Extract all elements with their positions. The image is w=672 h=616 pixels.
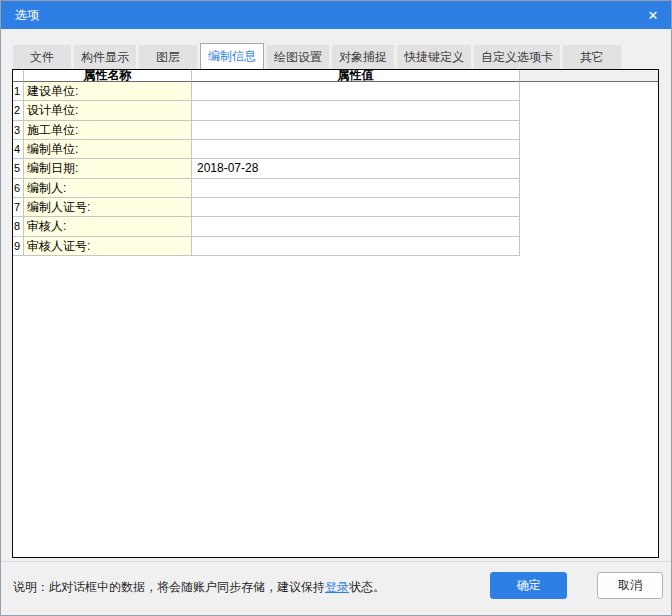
attr-value-cell[interactable] bbox=[192, 237, 520, 256]
attr-name-cell: 设计单位: bbox=[24, 101, 192, 120]
row-number-cell: 9 bbox=[13, 237, 24, 256]
table-row: 8 审核人: bbox=[13, 217, 658, 236]
row-number-cell: 3 bbox=[13, 121, 24, 140]
title-bar: 选项 ✕ bbox=[1, 1, 671, 29]
row-number-cell: 6 bbox=[13, 179, 24, 198]
table-row: 4 编制单位: bbox=[13, 140, 658, 159]
tab-custom-tabs[interactable]: 自定义选项卡 bbox=[474, 45, 560, 69]
table-row: 3 施工单位: bbox=[13, 121, 658, 140]
table-row: 7 编制人证号: bbox=[13, 198, 658, 217]
tab-compile-info[interactable]: 编制信息 bbox=[200, 43, 264, 69]
tab-label: 其它 bbox=[580, 50, 604, 64]
tab-object-snap[interactable]: 对象捕捉 bbox=[332, 45, 394, 69]
attr-value-cell[interactable] bbox=[192, 140, 520, 159]
row-number-cell: 1 bbox=[13, 82, 24, 101]
grid-header-row: 属性名称 属性值 bbox=[13, 70, 658, 82]
tab-label: 构件显示 bbox=[81, 50, 129, 64]
attr-value-cell[interactable] bbox=[192, 179, 520, 198]
row-number-cell: 2 bbox=[13, 101, 24, 120]
attr-name-cell: 编制人: bbox=[24, 179, 192, 198]
attr-value-cell[interactable] bbox=[192, 121, 520, 140]
attr-name-cell: 编制日期: bbox=[24, 159, 192, 178]
attr-name-cell: 编制单位: bbox=[24, 140, 192, 159]
row-number-header bbox=[13, 70, 24, 82]
tab-file[interactable]: 文件 bbox=[13, 45, 71, 69]
grid-header-filler bbox=[520, 70, 658, 82]
attr-value-cell[interactable] bbox=[192, 101, 520, 120]
table-row: 6 编制人: bbox=[13, 179, 658, 198]
options-dialog: 选项 ✕ 文件构件显示图层编制信息绘图设置对象捕捉快捷键定义自定义选项卡其它 属… bbox=[0, 0, 672, 616]
attr-name-header: 属性名称 bbox=[24, 70, 192, 82]
tab-label: 文件 bbox=[30, 50, 54, 64]
tab-bar: 文件构件显示图层编制信息绘图设置对象捕捉快捷键定义自定义选项卡其它 bbox=[13, 45, 624, 69]
tab-label: 对象捕捉 bbox=[339, 50, 387, 64]
attr-value-cell[interactable] bbox=[192, 82, 520, 101]
table-row: 5 编制日期: 2018-07-28 bbox=[13, 159, 658, 178]
tab-drawing-settings[interactable]: 绘图设置 bbox=[267, 45, 329, 69]
tab-shortcut-keys[interactable]: 快捷键定义 bbox=[397, 45, 471, 69]
attr-name-cell: 编制人证号: bbox=[24, 198, 192, 217]
attr-name-cell: 审核人证号: bbox=[24, 237, 192, 256]
table-row: 9 审核人证号: bbox=[13, 237, 658, 256]
close-icon[interactable]: ✕ bbox=[635, 1, 671, 29]
content-panel: 属性名称 属性值 1 建设单位: 2 设计单位: 3 施工单位: 4 编制单位:… bbox=[12, 69, 659, 558]
cancel-button[interactable]: 取消 bbox=[597, 572, 663, 599]
ok-button[interactable]: 确定 bbox=[490, 572, 567, 599]
attr-name-cell: 审核人: bbox=[24, 217, 192, 236]
row-number-cell: 4 bbox=[13, 140, 24, 159]
tab-label: 自定义选项卡 bbox=[481, 50, 553, 64]
sync-note: 说明：此对话框中的数据，将会随账户同步存储，建议保持登录状态。 bbox=[13, 579, 385, 596]
property-grid: 属性名称 属性值 1 建设单位: 2 设计单位: 3 施工单位: 4 编制单位:… bbox=[13, 70, 658, 256]
attr-value-cell[interactable] bbox=[192, 198, 520, 217]
row-number-cell: 7 bbox=[13, 198, 24, 217]
attr-value-cell[interactable]: 2018-07-28 bbox=[192, 159, 520, 178]
note-text-suffix: 状态。 bbox=[349, 580, 385, 594]
note-text-prefix: 说明：此对话框中的数据，将会随账户同步存储，建议保持 bbox=[13, 580, 325, 594]
tab-component-display[interactable]: 构件显示 bbox=[74, 45, 136, 69]
tab-label: 快捷键定义 bbox=[404, 50, 464, 64]
row-number-cell: 5 bbox=[13, 159, 24, 178]
tab-label: 绘图设置 bbox=[274, 50, 322, 64]
attr-value-header: 属性值 bbox=[192, 70, 520, 82]
tab-label: 图层 bbox=[156, 50, 180, 64]
login-link[interactable]: 登录 bbox=[325, 580, 349, 594]
dialog-title: 选项 bbox=[1, 7, 39, 24]
tab-other[interactable]: 其它 bbox=[563, 45, 621, 69]
grid-body: 1 建设单位: 2 设计单位: 3 施工单位: 4 编制单位: 5 编制日期: … bbox=[13, 82, 658, 256]
footer-divider bbox=[1, 561, 671, 562]
attr-name-cell: 建设单位: bbox=[24, 82, 192, 101]
tab-label: 编制信息 bbox=[208, 49, 256, 63]
attr-name-cell: 施工单位: bbox=[24, 121, 192, 140]
attr-value-cell[interactable] bbox=[192, 217, 520, 236]
tab-layer[interactable]: 图层 bbox=[139, 45, 197, 69]
table-row: 2 设计单位: bbox=[13, 101, 658, 120]
table-row: 1 建设单位: bbox=[13, 82, 658, 101]
row-number-cell: 8 bbox=[13, 217, 24, 236]
